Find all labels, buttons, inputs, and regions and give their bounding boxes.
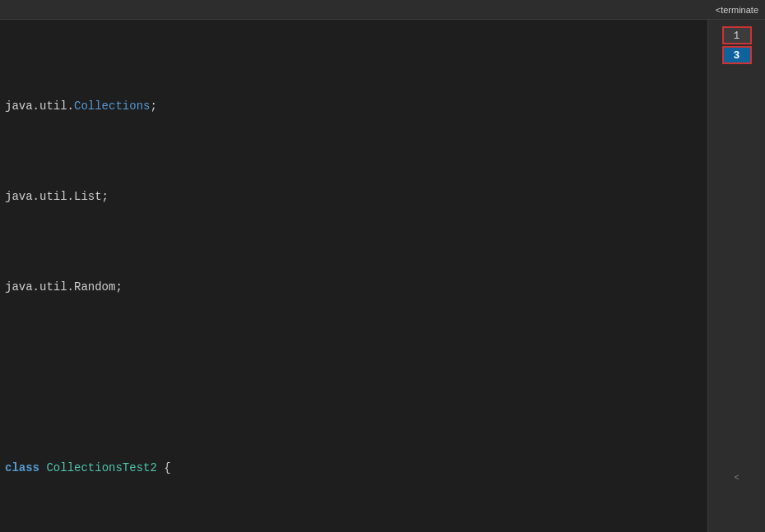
- code-text: class CollectionsTest2 {: [5, 459, 171, 477]
- code-line: class CollectionsTest2 {: [5, 459, 698, 477]
- code-line: java.util.List;: [5, 187, 698, 206]
- top-bar: <terminate: [0, 0, 765, 20]
- scroll-left-arrow[interactable]: <: [734, 474, 739, 483]
- code-text: java.util.Random;: [5, 278, 123, 296]
- right-panel: 1 3 <: [707, 20, 765, 532]
- code-area[interactable]: java.util.Collections; java.util.List; j…: [0, 20, 707, 532]
- code-line: java.util.Random;: [5, 278, 698, 296]
- code-text: java.util.List;: [5, 187, 109, 206]
- panel-items: 1 3: [708, 23, 765, 67]
- terminate-label: <terminate: [716, 5, 758, 15]
- code-line: java.util.Collections;: [5, 97, 698, 115]
- code-content: java.util.Collections; java.util.List; j…: [0, 20, 707, 532]
- code-text: java.util.Collections;: [5, 97, 157, 115]
- editor-container: java.util.Collections; java.util.List; j…: [0, 20, 765, 532]
- panel-item-3[interactable]: 3: [722, 46, 752, 64]
- code-line-blank: [5, 368, 698, 386]
- panel-item-1[interactable]: 1: [722, 26, 752, 44]
